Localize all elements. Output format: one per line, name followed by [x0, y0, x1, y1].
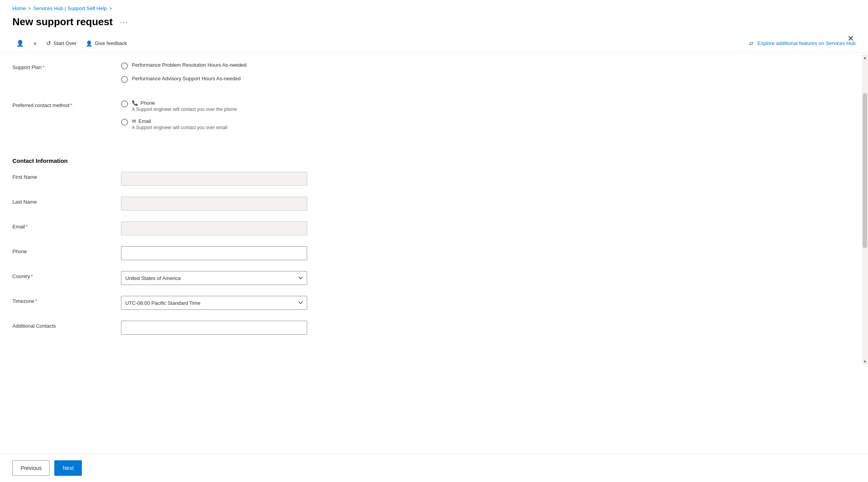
phone-row: Phone [12, 246, 531, 260]
start-over-icon: ↺ [46, 40, 51, 47]
additional-contacts-control [121, 321, 338, 335]
breadcrumb: Home > Services Hub | Support Self Help … [0, 0, 868, 14]
radio-title-perf-resolution: Performance Problem Resolution Hours As-… [132, 62, 247, 68]
required-star-email: * [26, 224, 28, 230]
chevron-button[interactable]: ∨ [29, 38, 41, 48]
explore-link[interactable]: ⇄ Explore additional features on Service… [749, 40, 856, 47]
required-star-1: * [42, 64, 44, 70]
radio-desc-phone: A Support engineer will contact you over… [132, 107, 237, 112]
additional-contacts-row: Additional Contacts [12, 321, 531, 335]
phone-input[interactable] [121, 246, 307, 260]
phone-icon: 📞 [132, 100, 138, 106]
main-content: Support Plan* Performance Problem Resolu… [0, 53, 543, 355]
last-name-row: Last Name [12, 197, 531, 211]
scrollbar-down-arrow[interactable]: ▼ [862, 358, 868, 365]
scrollbar-up-arrow[interactable]: ▲ [862, 54, 868, 60]
radio-label-phone: 📞 Phone A Support engineer will contact … [132, 100, 237, 112]
country-select[interactable]: United States of America Canada United K… [121, 271, 307, 285]
support-plan-options: Performance Problem Resolution Hours As-… [121, 62, 338, 89]
toolbar-left: 👤 ∨ ↺ Start Over 👤 Give feedback [12, 37, 131, 49]
first-name-input[interactable] [121, 172, 307, 186]
page-more-button[interactable]: ··· [118, 17, 131, 27]
user-icon: 👤 [16, 40, 24, 47]
explore-label: Explore additional features on Services … [757, 40, 856, 46]
email-control [121, 221, 338, 235]
next-button[interactable]: Next [54, 460, 82, 476]
country-label: Country* [12, 271, 121, 279]
contact-method-email[interactable]: ✉ Email A Support engineer will contact … [121, 118, 338, 130]
first-name-label: First Name [12, 172, 121, 180]
chevron-down-icon: ∨ [33, 41, 37, 46]
breadcrumb-services-hub[interactable]: Services Hub | Support Self Help [33, 5, 107, 11]
first-name-row: First Name [12, 172, 531, 186]
scrollbar-thumb[interactable] [863, 93, 867, 248]
page-header: New support request ··· ✕ [0, 14, 868, 34]
email-row: Email* [12, 221, 531, 235]
timezone-select-wrapper: UTC-08:00 Pacific Standard Time UTC-07:0… [121, 296, 307, 310]
country-select-wrapper: United States of America Canada United K… [121, 271, 307, 285]
last-name-input[interactable] [121, 197, 307, 211]
contact-method-label: Preferred contact method* [12, 100, 121, 108]
radio-label-email: ✉ Email A Support engineer will contact … [132, 118, 227, 130]
email-icon: ✉ [132, 118, 136, 124]
footer: Previous Next [0, 454, 868, 482]
timezone-label: Timezone* [12, 296, 121, 304]
radio-desc-email: A Support engineer will contact you over… [132, 125, 227, 130]
right-scrollbar[interactable]: ▲ ▼ [862, 54, 868, 365]
country-row: Country* United States of America Canada… [12, 271, 531, 285]
radio-email[interactable] [121, 119, 128, 126]
explore-icon: ⇄ [749, 40, 754, 47]
breadcrumb-sep2: > [109, 6, 112, 11]
radio-title-phone: 📞 Phone [132, 100, 237, 106]
timezone-row: Timezone* UTC-08:00 Pacific Standard Tim… [12, 296, 531, 310]
last-name-control [121, 197, 338, 211]
timezone-control: UTC-08:00 Pacific Standard Time UTC-07:0… [121, 296, 338, 310]
start-over-button[interactable]: ↺ Start Over [42, 38, 80, 49]
previous-button[interactable]: Previous [12, 460, 50, 476]
contact-info-section [12, 147, 531, 150]
support-plan-option-2[interactable]: Performance Advisory Support Hours As-ne… [121, 76, 338, 83]
contact-info-spacer [12, 147, 121, 150]
breadcrumb-sep1: > [28, 6, 31, 11]
required-star-2: * [70, 102, 72, 108]
support-plan-option-1[interactable]: Performance Problem Resolution Hours As-… [121, 62, 338, 69]
radio-perf-advisory[interactable] [121, 76, 128, 83]
additional-contacts-input[interactable] [121, 321, 307, 335]
required-star-country: * [31, 273, 33, 279]
radio-label-perf-advisory: Performance Advisory Support Hours As-ne… [132, 76, 240, 81]
radio-phone[interactable] [121, 100, 128, 107]
contact-info-heading: Contact Information [12, 157, 531, 164]
email-label: Email* [12, 221, 121, 230]
contact-method-phone[interactable]: 📞 Phone A Support engineer will contact … [121, 100, 338, 112]
contact-method-row: Preferred contact method* 📞 Phone A Supp… [12, 100, 531, 136]
radio-label-perf-resolution: Performance Problem Resolution Hours As-… [132, 62, 247, 68]
start-over-label: Start Over [54, 40, 76, 46]
radio-title-perf-advisory: Performance Advisory Support Hours As-ne… [132, 76, 240, 81]
first-name-control [121, 172, 338, 186]
breadcrumb-home[interactable]: Home [12, 5, 26, 11]
timezone-select[interactable]: UTC-08:00 Pacific Standard Time UTC-07:0… [121, 296, 307, 310]
email-input[interactable] [121, 221, 307, 235]
give-feedback-button[interactable]: 👤 Give feedback [82, 38, 131, 49]
radio-title-email: ✉ Email [132, 118, 227, 124]
additional-contacts-label: Additional Contacts [12, 321, 121, 329]
give-feedback-label: Give feedback [95, 40, 127, 46]
country-control: United States of America Canada United K… [121, 271, 338, 285]
support-plan-label: Support Plan* [12, 62, 121, 70]
phone-control [121, 246, 338, 260]
support-plan-row: Support Plan* Performance Problem Resolu… [12, 62, 531, 89]
user-button[interactable]: 👤 [12, 37, 28, 49]
last-name-label: Last Name [12, 197, 121, 205]
contact-method-options: 📞 Phone A Support engineer will contact … [121, 100, 338, 136]
page-title: New support request [12, 16, 113, 28]
required-star-timezone: * [35, 298, 37, 304]
feedback-icon: 👤 [86, 40, 92, 47]
radio-perf-resolution[interactable] [121, 62, 128, 69]
phone-label: Phone [12, 246, 121, 254]
toolbar: 👤 ∨ ↺ Start Over 👤 Give feedback ⇄ Explo… [0, 34, 868, 53]
